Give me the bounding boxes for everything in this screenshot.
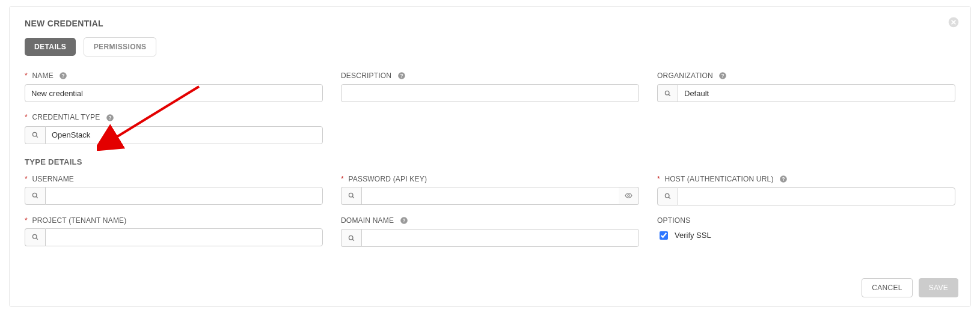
- form-row-2: * CREDENTIAL TYPE ?: [25, 113, 955, 144]
- host-input[interactable]: [678, 187, 955, 205]
- search-icon[interactable]: [341, 187, 361, 205]
- field-organization: ORGANIZATION ?: [657, 71, 955, 102]
- credential-type-input[interactable]: [45, 126, 323, 144]
- required-marker: *: [341, 175, 344, 183]
- options-label: OPTIONS: [657, 216, 955, 225]
- panel-title: NEW CREDENTIAL: [25, 19, 955, 28]
- svg-line-14: [36, 196, 38, 198]
- field-username: * USERNAME: [25, 175, 323, 205]
- description-label: DESCRIPTION: [341, 71, 391, 80]
- help-icon[interactable]: ?: [397, 71, 406, 81]
- svg-point-15: [349, 193, 353, 198]
- help-icon[interactable]: ?: [59, 71, 67, 81]
- close-icon[interactable]: [948, 16, 960, 28]
- field-project: * PROJECT (TENANT NAME): [25, 216, 323, 247]
- search-icon[interactable]: [657, 187, 678, 205]
- help-icon[interactable]: ?: [400, 216, 408, 225]
- field-description: DESCRIPTION ?: [341, 71, 639, 102]
- search-icon[interactable]: [25, 228, 45, 246]
- username-input[interactable]: [45, 187, 323, 205]
- field-options: OPTIONS Verify SSL: [657, 216, 955, 247]
- svg-point-20: [665, 194, 669, 198]
- organization-input[interactable]: [678, 84, 955, 102]
- name-input[interactable]: [25, 84, 323, 102]
- search-icon[interactable]: [25, 187, 45, 205]
- organization-label: ORGANIZATION: [657, 71, 713, 80]
- credential-type-label: CREDENTIAL TYPE: [32, 113, 100, 121]
- new-credential-panel: NEW CREDENTIAL DETAILS PERMISSIONS * NAM…: [9, 6, 971, 307]
- required-marker: *: [25, 71, 28, 80]
- form-row-1: * NAME ? DESCRIPTION ?: [25, 71, 955, 102]
- search-icon[interactable]: [341, 229, 361, 247]
- password-label: PASSWORD (API KEY): [348, 175, 427, 183]
- field-host: * HOST (AUTHENTICATION URL) ?: [657, 175, 955, 205]
- svg-point-13: [32, 193, 37, 198]
- form-row-3: * USERNAME * PASSWORD (API KEY): [25, 175, 955, 205]
- svg-line-8: [669, 94, 670, 96]
- project-input[interactable]: [45, 228, 323, 246]
- description-input[interactable]: [341, 84, 639, 102]
- svg-line-16: [352, 196, 354, 198]
- svg-point-11: [32, 133, 37, 137]
- svg-point-26: [349, 236, 353, 240]
- help-icon[interactable]: ?: [106, 114, 114, 123]
- svg-point-7: [665, 91, 669, 95]
- search-icon[interactable]: [657, 84, 678, 102]
- verify-ssl-label: Verify SSL: [675, 231, 711, 240]
- domain-input[interactable]: [361, 229, 639, 247]
- required-marker: *: [657, 175, 660, 183]
- required-marker: *: [25, 175, 28, 183]
- eye-icon[interactable]: [619, 187, 639, 205]
- field-credential-type: * CREDENTIAL TYPE ?: [25, 113, 323, 144]
- required-marker: *: [25, 113, 28, 121]
- help-icon[interactable]: ?: [779, 175, 788, 184]
- svg-line-12: [36, 136, 38, 138]
- username-label: USERNAME: [32, 175, 74, 183]
- svg-text:?: ?: [782, 177, 785, 182]
- field-name: * NAME ?: [25, 71, 323, 102]
- search-icon[interactable]: [25, 126, 45, 144]
- svg-point-17: [628, 195, 629, 196]
- svg-line-21: [669, 198, 670, 199]
- svg-text:?: ?: [400, 73, 403, 79]
- verify-ssl-checkbox[interactable]: [660, 231, 668, 240]
- field-domain: DOMAIN NAME ?: [341, 216, 639, 247]
- svg-text:?: ?: [108, 115, 111, 121]
- type-details-heading: TYPE DETAILS: [25, 157, 955, 166]
- field-password: * PASSWORD (API KEY): [341, 175, 639, 205]
- cancel-button[interactable]: CANCEL: [862, 278, 912, 297]
- svg-text:?: ?: [721, 73, 724, 79]
- svg-line-23: [36, 239, 38, 240]
- footer-actions: CANCEL SAVE: [862, 278, 958, 297]
- svg-point-22: [32, 235, 37, 239]
- svg-text:?: ?: [62, 73, 65, 79]
- password-input[interactable]: [361, 187, 619, 205]
- svg-text:?: ?: [402, 218, 405, 223]
- tabs: DETAILS PERMISSIONS: [25, 37, 955, 56]
- svg-line-27: [352, 239, 354, 241]
- help-icon[interactable]: ?: [718, 71, 727, 81]
- name-label: NAME: [32, 71, 53, 80]
- tab-permissions[interactable]: PERMISSIONS: [84, 37, 157, 56]
- save-button[interactable]: SAVE: [919, 278, 958, 297]
- project-label: PROJECT (TENANT NAME): [32, 216, 126, 225]
- domain-label: DOMAIN NAME: [341, 216, 394, 225]
- required-marker: *: [25, 216, 28, 225]
- tab-details[interactable]: DETAILS: [25, 38, 76, 56]
- host-label: HOST (AUTHENTICATION URL): [664, 175, 773, 183]
- form-row-4: * PROJECT (TENANT NAME) DOMAIN NAME: [25, 216, 955, 247]
